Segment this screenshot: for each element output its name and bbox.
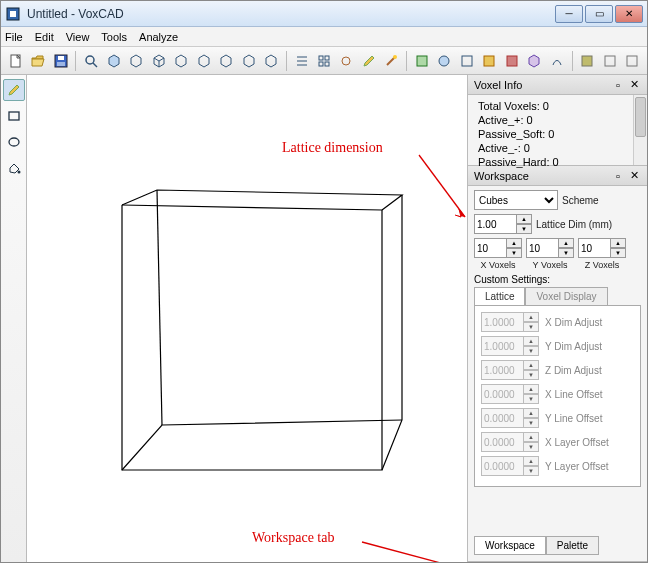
close-button[interactable]: ✕ — [615, 5, 643, 23]
z-voxels-input[interactable] — [578, 238, 610, 258]
viewport[interactable]: Lattice dimension Workspace tab — [27, 75, 467, 562]
step-up-icon[interactable]: ▲ — [516, 214, 532, 224]
close-panel-icon[interactable]: ✕ — [627, 78, 641, 92]
y-line-offset-stepper[interactable]: ▲▼ — [481, 408, 539, 428]
shape-icon-4[interactable] — [479, 50, 500, 72]
step-down-icon[interactable]: ▼ — [523, 466, 539, 476]
search-icon[interactable] — [80, 50, 101, 72]
scheme-select[interactable]: Cubes — [474, 190, 558, 210]
y-line-offset-input[interactable] — [481, 408, 523, 428]
ellipse-tool[interactable] — [3, 131, 25, 153]
cube-icon-5[interactable] — [193, 50, 214, 72]
shape-icon-1[interactable] — [411, 50, 432, 72]
step-up-icon[interactable]: ▲ — [506, 238, 522, 248]
dock-icon[interactable]: ▫ — [611, 169, 625, 183]
cube-icon-2[interactable] — [125, 50, 146, 72]
y-layer-offset-stepper[interactable]: ▲▼ — [481, 456, 539, 476]
step-up-icon[interactable]: ▲ — [523, 360, 539, 370]
y-dim-adjust-stepper[interactable]: ▲▼ — [481, 336, 539, 356]
shape-icon-2[interactable] — [434, 50, 455, 72]
z-dim-adjust-stepper[interactable]: ▲▼ — [481, 360, 539, 380]
z-voxels-stepper[interactable]: ▲▼ — [578, 238, 626, 258]
cube-icon-1[interactable] — [103, 50, 124, 72]
step-down-icon[interactable]: ▼ — [523, 346, 539, 356]
shape-icon-5[interactable] — [501, 50, 522, 72]
z-dim-adjust-input[interactable] — [481, 360, 523, 380]
step-down-icon[interactable]: ▼ — [523, 370, 539, 380]
x-layer-offset-input[interactable] — [481, 432, 523, 452]
minimize-button[interactable]: ─ — [555, 5, 583, 23]
rect-tool[interactable] — [3, 105, 25, 127]
util-icon-3[interactable] — [622, 50, 643, 72]
x-dim-adjust-label: X Dim Adjust — [545, 317, 602, 328]
cube-icon-8[interactable] — [260, 50, 281, 72]
y-dim-adjust-input[interactable] — [481, 336, 523, 356]
close-panel-icon[interactable]: ✕ — [627, 169, 641, 183]
voxel-info-scrollbar[interactable] — [633, 95, 647, 165]
step-up-icon[interactable]: ▲ — [523, 408, 539, 418]
menu-analyze[interactable]: Analyze — [139, 31, 178, 43]
cube-icon-3[interactable] — [148, 50, 169, 72]
step-up-icon[interactable]: ▲ — [523, 432, 539, 442]
svg-line-33 — [362, 542, 463, 562]
save-icon[interactable] — [50, 50, 71, 72]
step-up-icon[interactable]: ▲ — [610, 238, 626, 248]
pencil-tool[interactable] — [3, 79, 25, 101]
step-up-icon[interactable]: ▲ — [523, 312, 539, 322]
bottom-tab-workspace[interactable]: Workspace — [474, 536, 546, 555]
shape-icon-6[interactable] — [524, 50, 545, 72]
open-icon[interactable] — [27, 50, 48, 72]
y-layer-offset-input[interactable] — [481, 456, 523, 476]
step-down-icon[interactable]: ▼ — [516, 224, 532, 234]
step-down-icon[interactable]: ▼ — [523, 418, 539, 428]
step-up-icon[interactable]: ▲ — [523, 456, 539, 466]
svg-rect-26 — [582, 56, 592, 66]
step-down-icon[interactable]: ▼ — [506, 248, 522, 258]
step-down-icon[interactable]: ▼ — [523, 322, 539, 332]
x-voxels-stepper[interactable]: ▲▼ — [474, 238, 522, 258]
shape-icon-7[interactable] — [546, 50, 567, 72]
util-icon-1[interactable] — [577, 50, 598, 72]
x-dim-adjust-stepper[interactable]: ▲▼ — [481, 312, 539, 332]
new-icon[interactable] — [5, 50, 26, 72]
step-down-icon[interactable]: ▼ — [523, 442, 539, 452]
lattice-dim-stepper[interactable]: ▲▼ — [474, 214, 532, 234]
tab-voxel-display[interactable]: Voxel Display — [525, 287, 607, 305]
tab-lattice[interactable]: Lattice — [474, 287, 525, 305]
dock-icon[interactable]: ▫ — [611, 78, 625, 92]
tool-icon-1[interactable] — [336, 50, 357, 72]
util-icon-2[interactable] — [599, 50, 620, 72]
step-down-icon[interactable]: ▼ — [610, 248, 626, 258]
voxel-info-header: Voxel Info ▫ ✕ — [468, 75, 647, 95]
pencil-icon[interactable] — [358, 50, 379, 72]
maximize-button[interactable]: ▭ — [585, 5, 613, 23]
menu-view[interactable]: View — [66, 31, 90, 43]
bottom-tab-palette[interactable]: Palette — [546, 536, 599, 555]
x-dim-adjust-input[interactable] — [481, 312, 523, 332]
x-line-offset-stepper[interactable]: ▲▼ — [481, 384, 539, 404]
y-voxels-stepper[interactable]: ▲▼ — [526, 238, 574, 258]
cube-icon-7[interactable] — [238, 50, 259, 72]
svg-point-31 — [17, 171, 20, 174]
menu-edit[interactable]: Edit — [35, 31, 54, 43]
x-line-offset-input[interactable] — [481, 384, 523, 404]
y-voxels-input[interactable] — [526, 238, 558, 258]
x-layer-offset-stepper[interactable]: ▲▼ — [481, 432, 539, 452]
step-up-icon[interactable]: ▲ — [523, 336, 539, 346]
menu-tools[interactable]: Tools — [101, 31, 127, 43]
lattice-dim-input[interactable] — [474, 214, 516, 234]
bucket-tool[interactable] — [3, 157, 25, 179]
list-icon[interactable] — [291, 50, 312, 72]
step-up-icon[interactable]: ▲ — [558, 238, 574, 248]
step-down-icon[interactable]: ▼ — [523, 394, 539, 404]
shape-icon-3[interactable] — [456, 50, 477, 72]
grid-icon[interactable] — [313, 50, 334, 72]
step-up-icon[interactable]: ▲ — [523, 384, 539, 394]
step-down-icon[interactable]: ▼ — [558, 248, 574, 258]
menu-file[interactable]: File — [5, 31, 23, 43]
cube-icon-6[interactable] — [215, 50, 236, 72]
x-voxels-input[interactable] — [474, 238, 506, 258]
cube-icon-4[interactable] — [170, 50, 191, 72]
wand-icon[interactable] — [381, 50, 402, 72]
custom-settings-label: Custom Settings: — [474, 274, 641, 285]
